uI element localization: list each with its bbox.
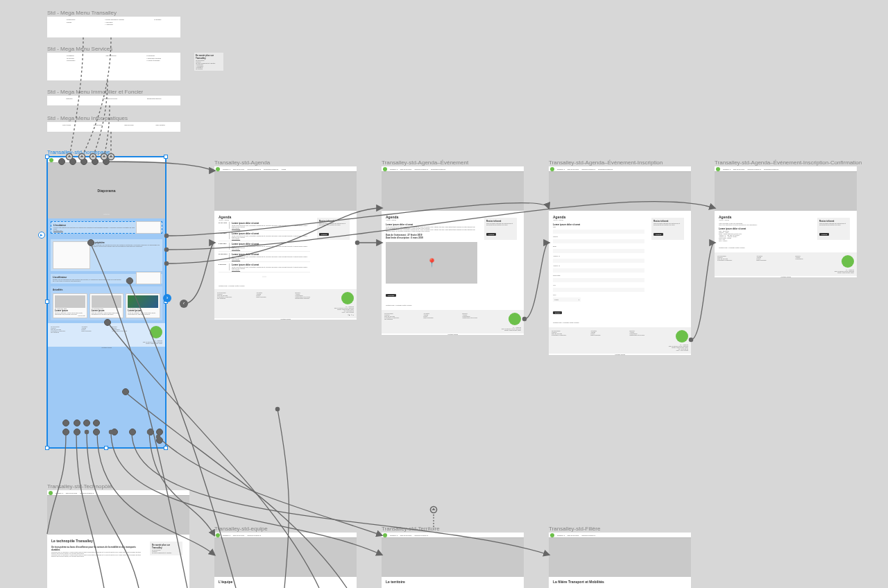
section-pepiniere: La pépinière Pour consolider les chances… <box>51 239 162 271</box>
label-equipe: Transalley-std-equipe <box>214 526 268 532</box>
hotspot-icon[interactable] <box>156 437 163 444</box>
frame-event[interactable]: Transalley ▾Offre de services ▾Immobilie… <box>382 166 524 335</box>
map-placeholder: 📍 <box>386 242 477 284</box>
hotspot-icon[interactable] <box>80 158 87 165</box>
flow-start-icon[interactable]: ▸ <box>38 232 45 239</box>
frame-homepage[interactable]: Diaporama ○○○○○ L'incubateur Incubé à fo… <box>47 157 166 448</box>
hotspot-icon[interactable] <box>156 429 163 435</box>
frame-territoire[interactable]: Transalley ▾Offre de services ▾Immobilie… <box>382 533 524 588</box>
footer-logo-icon <box>150 326 162 338</box>
hotspot-icon[interactable] <box>126 277 133 284</box>
frame-mega3: Bâtiments Restauration et services Dispo… <box>47 96 180 105</box>
label-territoire: Transalley-std-Territoire <box>382 526 440 532</box>
hotspot-icon[interactable] <box>104 319 111 326</box>
side-info: En savoir plus sur Transalley Le technop… <box>194 53 223 71</box>
hotspot-icon[interactable] <box>111 429 118 435</box>
hotspot-icon[interactable] <box>147 429 154 435</box>
frame-inscription[interactable]: Transalley ▾Offre de services ▾Immobilie… <box>549 166 691 355</box>
label-event: Transalley-std-Agenda–Événement <box>382 159 468 166</box>
frame-equipe[interactable]: Transalley ▾Offre de services ▾Immobilie… <box>214 533 357 588</box>
frame-mega1: Le technopôleL'équipe La filière Transpo… <box>47 17 180 37</box>
hotspot-icon[interactable] <box>129 429 136 435</box>
hotspot-icon[interactable] <box>87 239 94 246</box>
hotspot-icon[interactable] <box>83 420 90 426</box>
section-incubateur: L'incubateur Incubé à fort potentiel de … <box>51 221 162 234</box>
subscribe-button[interactable]: S'inscrire <box>319 233 329 236</box>
label-techno: Transalley-std-Technopôle <box>47 483 112 490</box>
label-mega2: Std - Mega Menu Services <box>47 46 112 52</box>
footer: Le technopôleL'équipeOffre de servicesS'… <box>48 323 165 347</box>
frame-agenda[interactable]: Transalley ▾Offre de services ▾Immobilie… <box>214 166 357 320</box>
hotspot-icon[interactable] <box>62 429 69 435</box>
frame-filiere[interactable]: Transalley ▾Offre de services ▾Immobilie… <box>549 533 691 588</box>
hotspot-icon[interactable] <box>93 420 100 426</box>
collapse-left-icon[interactable]: ‹ <box>180 300 188 308</box>
hotspot-icon[interactable] <box>122 388 129 395</box>
hotspot-icon[interactable] <box>92 158 99 165</box>
hotspot-icon[interactable] <box>103 158 110 165</box>
hotspot-icon[interactable] <box>58 158 65 165</box>
label-mega4: Std - Mega Menu Infos pratiques <box>47 115 128 121</box>
label-filiere: Transalley-std-Filière <box>549 526 600 532</box>
hotspot-icon[interactable] <box>74 420 80 426</box>
label-agenda: Transalley-std-Agenda <box>214 159 270 166</box>
hotspot-icon[interactable] <box>62 420 69 426</box>
send-button[interactable]: Envoyer <box>553 311 562 314</box>
section-actus: Actualités 17 septembre 2019 Lorem ipsum… <box>51 286 162 320</box>
hotspot-icon[interactable] <box>93 429 100 435</box>
expand-right-icon[interactable]: › <box>163 294 171 302</box>
inscription-button[interactable]: Inscription <box>386 294 396 297</box>
frame-techno[interactable]: Transalley ▾Offre de services ▾Immobilie… <box>47 490 189 588</box>
hotspot-icon[interactable] <box>69 158 76 165</box>
label-mega3: Std - Mega Menu Immobilier et Foncier <box>47 89 143 95</box>
section-accel: L'accélérateur Boostez par les professio… <box>51 274 162 284</box>
label-inscr: Transalley-std-Agenda–Événement-Inscript… <box>549 159 663 166</box>
label-mega1: Std - Mega Menu Transalley <box>47 10 117 16</box>
hero: Diaporama <box>48 163 165 218</box>
frame-confirm[interactable]: Transalley ▾Offre de services ▾Immobilie… <box>715 166 857 277</box>
hotspot-icon[interactable] <box>74 429 80 435</box>
frame-mega4: Plan et accès Hébergements Offres d'empl… <box>47 122 180 132</box>
label-homepage[interactable]: Transalley-std-homepage <box>47 149 110 155</box>
frame-mega2: L'incubateurLa pépinièreL'accélérateur H… <box>47 53 180 80</box>
logo-icon <box>49 158 53 162</box>
label-confirm: Transalley-std-Agenda–Événement-Inscript… <box>715 159 862 166</box>
